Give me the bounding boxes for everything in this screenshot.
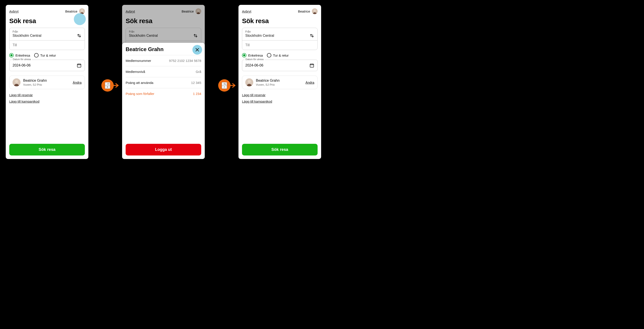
search-screen-final: Avbryt Beatrice Sök resa Från Stockholm … — [238, 5, 321, 159]
radio-single-label: Enkelresa — [248, 53, 263, 57]
origin-destination-box: Från Stockholm Central Till — [9, 28, 85, 50]
traveler-name: Beatrice Grahn — [256, 79, 303, 83]
row-member-level: Medlemsnivå Grå — [126, 66, 201, 77]
row-points-available: Poäng att använda 12 345 — [126, 77, 201, 88]
search-button[interactable]: Sök resa — [242, 144, 318, 155]
svg-point-1 — [81, 9, 83, 12]
page-title: Sök resa — [242, 17, 318, 25]
row-value: 9752 2102 1234 5678 — [169, 59, 201, 62]
transition-badge-open: A B ↑ — [102, 77, 117, 93]
logout-button[interactable]: Logga ut — [126, 144, 201, 155]
page-title: Sök resa — [9, 17, 85, 25]
traveler-avatar — [12, 78, 20, 86]
swap-button[interactable] — [76, 32, 82, 39]
profile-sheet: Beatrice Grahn Medlemsnummer 9752 2102 1… — [122, 43, 205, 159]
search-screen-with-sheet: Avbryt Beatrice Sök resa Från Stockholm … — [122, 5, 205, 159]
card-bottom-letter: B — [105, 85, 110, 89]
user-chip[interactable]: Beatrice — [298, 8, 318, 14]
svg-point-11 — [248, 80, 251, 83]
to-label: Till — [12, 43, 82, 47]
radio-single[interactable]: Enkelresa — [9, 53, 30, 57]
arrow-right-icon — [112, 83, 119, 88]
traveler-name: Beatrice Grahn — [23, 79, 70, 83]
avatar — [312, 8, 318, 14]
extra-links: Lägg till resenär Lägg till kampanjkod — [9, 93, 85, 103]
traveler-avatar — [245, 78, 253, 86]
row-member-number: Medlemsnummer 9752 2102 1234 5678 — [126, 55, 201, 66]
user-name: Beatrice — [65, 9, 77, 13]
add-traveler-link[interactable]: Lägg till resenär — [9, 93, 85, 97]
cancel-link[interactable]: Avbryt — [242, 9, 251, 13]
from-field[interactable]: Från Stockholm Central — [10, 28, 85, 40]
traveler-sub: Vuxen, SJ Prio — [256, 83, 303, 86]
sheet-rows: Medlemsnummer 9752 2102 1234 5678 Medlem… — [126, 55, 201, 99]
add-traveler-link[interactable]: Lägg till resenär — [242, 93, 318, 97]
date-value: 2024-06-06 — [12, 63, 31, 67]
card-bottom-letter: A — [222, 85, 227, 89]
change-traveler-link[interactable]: Ändra — [73, 81, 82, 84]
extra-links: Lägg till resenär Lägg till kampanjkod — [242, 93, 318, 103]
user-name: Beatrice — [298, 9, 310, 13]
row-key: Poäng att använda — [126, 81, 154, 85]
swap-icon — [310, 33, 314, 38]
from-field[interactable]: Från Stockholm Central — [242, 28, 317, 40]
close-icon — [195, 47, 200, 52]
add-promo-link[interactable]: Lägg till kampanjkod — [9, 99, 85, 103]
svg-point-4 — [15, 80, 18, 83]
row-value: Grå — [196, 70, 201, 73]
traveler-card: Beatrice Grahn Vuxen, SJ Prio Ändra — [9, 75, 85, 89]
swap-icon — [77, 33, 82, 38]
row-key: Medlemsnivå — [126, 70, 145, 73]
traveler-card: Beatrice Grahn Vuxen, SJ Prio Ändra — [242, 75, 318, 89]
to-field[interactable]: Till — [242, 40, 317, 50]
top-bar: Avbryt Beatrice — [242, 8, 318, 14]
radio-return[interactable]: Tur & retur — [267, 53, 289, 57]
arrow-up-icon: ↑ — [108, 82, 110, 85]
date-value: 2024-06-06 — [245, 63, 263, 67]
row-key: Medlemsnummer — [126, 59, 151, 62]
user-chip[interactable]: Beatrice — [65, 8, 85, 14]
tap-highlight — [74, 13, 86, 25]
top-bar: Avbryt Beatrice — [9, 8, 85, 14]
change-traveler-link[interactable]: Ändra — [306, 81, 314, 84]
arrow-down-icon: ↓ — [225, 82, 226, 85]
add-promo-link[interactable]: Lägg till kampanjkod — [242, 99, 318, 103]
svg-rect-2 — [77, 64, 81, 67]
row-value: 12 345 — [191, 81, 201, 85]
trip-type-group: Enkelresa Tur & retur — [242, 53, 318, 57]
from-value: Stockholm Central — [245, 34, 314, 38]
from-label: Från — [245, 30, 314, 33]
row-key: Poäng som förfaller — [126, 92, 154, 96]
date-label: Datum för utresa — [245, 58, 264, 60]
date-label: Datum för utresa — [12, 58, 32, 60]
sheet-title: Beatrice Grahn — [126, 46, 164, 52]
radio-return[interactable]: Tur & retur — [34, 53, 56, 57]
svg-point-8 — [314, 9, 316, 12]
radio-return-label: Tur & retur — [40, 53, 56, 57]
tap-highlight — [192, 45, 202, 55]
from-label: Från — [12, 30, 82, 33]
transition-badge-close: B A ↓ — [218, 77, 234, 93]
swap-button[interactable] — [308, 32, 315, 39]
search-button[interactable]: Sök resa — [9, 144, 85, 155]
arrow-right-icon — [229, 83, 236, 88]
radio-return-label: Tur & retur — [273, 53, 289, 57]
date-field[interactable]: Datum för utresa 2024-06-06 — [9, 60, 85, 71]
from-value: Stockholm Central — [12, 34, 82, 38]
origin-destination-box: Från Stockholm Central Till — [242, 28, 318, 50]
to-field[interactable]: Till — [10, 40, 85, 50]
cancel-link[interactable]: Avbryt — [9, 9, 18, 13]
search-screen-initial: Avbryt Beatrice Sök resa Från Stockholm … — [6, 5, 88, 159]
traveler-sub: Vuxen, SJ Prio — [23, 83, 70, 86]
row-value: 1 234 — [193, 92, 201, 96]
svg-rect-9 — [310, 64, 314, 67]
trip-type-group: Enkelresa Tur & retur — [9, 53, 85, 57]
date-field[interactable]: Datum för utresa 2024-06-06 — [242, 60, 318, 71]
to-label: Till — [245, 43, 314, 47]
close-button[interactable] — [194, 47, 200, 53]
calendar-icon — [77, 63, 82, 68]
radio-single[interactable]: Enkelresa — [242, 53, 263, 57]
calendar-icon — [310, 63, 314, 68]
radio-single-label: Enkelresa — [16, 53, 30, 57]
row-points-expiring: Poäng som förfaller 1 234 — [126, 88, 201, 99]
